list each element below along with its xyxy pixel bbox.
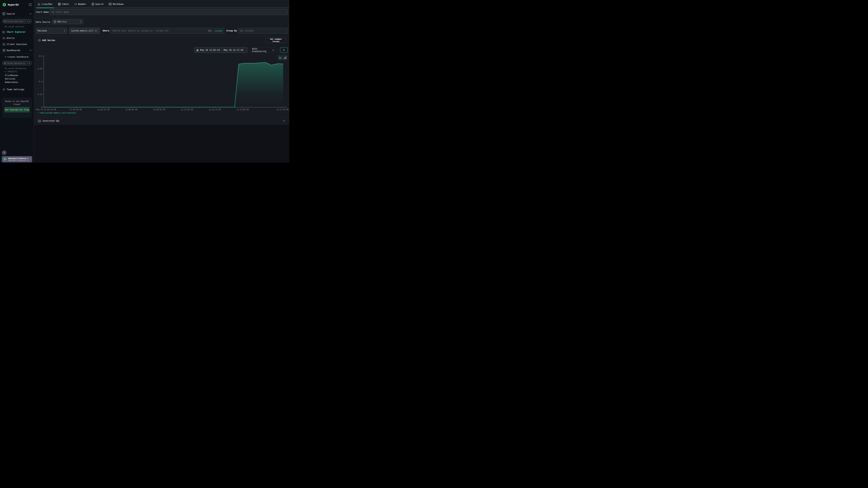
divider (0, 17, 34, 18)
group-by-label: Group By (226, 29, 237, 32)
search-icon (4, 62, 6, 64)
bell-icon (3, 37, 5, 39)
svg-text:12:09:45 PM: 12:09:45 PM (153, 109, 165, 110)
toggle-separator: | (213, 30, 214, 32)
close-icon[interactable] (95, 30, 97, 32)
user-subtitle: demos@clickhouse.com's (8, 159, 29, 161)
data-source-select[interactable]: Metrics (52, 19, 83, 24)
hyperdx-app: HyperDX Search Saved Searches ⌘ K No sav… (0, 0, 289, 163)
chevron-up-icon[interactable] (29, 50, 31, 51)
legend-swatch: — (38, 112, 39, 114)
preset-kubernetes[interactable]: Kubernetes (5, 81, 18, 84)
tab-line-bar[interactable]: Line/Bar (36, 0, 55, 8)
sidebar-item-team-settings[interactable]: Team Settings (3, 88, 24, 91)
user-menu[interactable]: D demos@clickhouse.com demos@clickhouse.… (2, 156, 32, 162)
lucene-mode-toggle[interactable]: Lucene (215, 30, 222, 32)
sidebar-item-chart-explorer[interactable]: Chart Explorer (3, 31, 26, 33)
add-series-label: Add Series (42, 39, 55, 41)
svg-text:12:06:15 PM: 12:06:15 PM (97, 109, 110, 110)
presets-header[interactable]: PRESETS (4, 71, 17, 73)
timeseries-chart[interactable]: 00.150.30.450.6May 16 12:02:30 PM12:04:3… (36, 54, 289, 114)
chart-type-tabbar: Line/Bar Table 123 Number Search (34, 0, 289, 8)
preset-services[interactable]: Services (5, 77, 16, 80)
saved-searches-placeholder: Saved Searches (7, 20, 25, 23)
aggregation-select[interactable]: Maximum (36, 28, 67, 34)
chevron-up-icon[interactable] (29, 13, 31, 14)
create-dashboard-button[interactable]: + Create Dashboard (5, 56, 28, 58)
chart-name-label: Chart Name (36, 11, 49, 13)
select-caret-icon (80, 21, 81, 23)
svg-text:12:15:00 PM: 12:15:00 PM (237, 109, 249, 110)
group-by-input[interactable] (238, 28, 288, 34)
set-number-format-button[interactable]: Set number format (266, 38, 286, 43)
tab-number[interactable]: 123 Number (72, 0, 88, 8)
preset-clickhouse[interactable]: Clickhouse (5, 74, 18, 77)
sidebar-item-client-sessions[interactable]: Client Sessions (3, 43, 27, 45)
chevron-down-icon[interactable] (283, 120, 285, 122)
date-range-picker[interactable]: May 16 12:02:43 - May 16 12:17:43 (194, 47, 247, 53)
collapse-sidebar-icon[interactable] (29, 3, 32, 6)
svg-text:12:08:00 PM: 12:08:00 PM (125, 109, 137, 110)
chart-name-input[interactable] (50, 9, 288, 15)
user-email: demos@clickhouse.com (8, 157, 29, 159)
metric-tag[interactable]: system.memory.utiliza (69, 28, 100, 34)
data-source-label: Data Source (36, 21, 50, 23)
svg-text:0.45: 0.45 (38, 68, 42, 70)
no-saved-dashboards: No saved dashboards (5, 67, 27, 69)
generated-sql-row[interactable]: Generated SQL (34, 118, 289, 124)
get-started-button[interactable]: Get Started for Free (4, 107, 30, 112)
table-icon (58, 3, 61, 5)
help-button[interactable]: ? (2, 151, 6, 155)
sidebar-item-label: Alerts (6, 37, 14, 39)
tab-table[interactable]: Table (56, 0, 70, 8)
divider (34, 18, 289, 18)
dashboards-icon (3, 49, 5, 52)
number-123-icon: 123 (74, 3, 77, 5)
granularity-value: Auto Granularity (252, 47, 271, 53)
saved-dashboards-input[interactable]: Saved Dashboards ⌘ K (2, 61, 32, 65)
saved-dashboards-placeholder: Saved Dashboards (7, 62, 25, 64)
no-saved-searches: No saved searches (5, 26, 24, 28)
tab-label: Search (95, 3, 103, 5)
saved-searches-input[interactable]: Saved Searches ⌘ K (2, 19, 32, 24)
aggregation-value: Maximum (38, 29, 62, 32)
chart-explorer-main: Line/Bar Table 123 Number Search (34, 0, 289, 163)
sidebar-section-dashboards[interactable]: Dashboards (3, 49, 31, 52)
laptop-icon (3, 43, 5, 45)
sidebar-item-alerts[interactable]: Alerts (3, 37, 14, 39)
sidebar: HyperDX Search Saved Searches ⌘ K No sav… (0, 0, 34, 163)
chart-explorer-icon (3, 31, 5, 33)
cloud-promo-line1: Ready to use HyperDX (2, 100, 32, 102)
sidebar-item-label: Client Sessions (7, 43, 27, 45)
search-list-icon (92, 3, 94, 5)
svg-text:12:17:30 PM: 12:17:30 PM (276, 109, 288, 110)
generated-sql-label: Generated SQL (43, 120, 281, 122)
where-search-box: SQL | Lucene (110, 28, 224, 34)
hyperdx-logo-icon (2, 3, 6, 7)
brand-title: HyperDX (8, 3, 19, 6)
where-input[interactable] (112, 29, 207, 32)
svg-text:0: 0 (41, 106, 42, 108)
code-icon (38, 120, 41, 122)
tab-label: Markdown (113, 3, 124, 5)
sidebar-section-search[interactable]: Search (3, 12, 31, 15)
tab-markdown[interactable]: Markdown (107, 0, 125, 8)
line-chart-icon (38, 3, 40, 5)
tab-label: Number (78, 3, 86, 5)
add-series-button[interactable]: Add Series (38, 39, 55, 41)
chart-legend[interactable]: — max(system.memory.utilization) (38, 112, 76, 114)
tab-label: Line/Bar (42, 3, 53, 5)
svg-text:0.6: 0.6 (39, 55, 42, 57)
chevron-down-icon (272, 50, 274, 51)
brand[interactable]: HyperDX (2, 3, 19, 7)
run-query-button[interactable] (280, 47, 288, 53)
chart-svg: 00.150.30.450.6May 16 12:02:30 PM12:04:3… (36, 54, 289, 114)
data-source-value: Metrics (58, 21, 79, 23)
where-label: Where (103, 29, 109, 32)
sidebar-search-label: Search (7, 12, 28, 15)
content-footer (34, 125, 289, 163)
granularity-select[interactable]: Auto Granularity (250, 47, 276, 53)
sql-mode-toggle[interactable]: SQL (208, 30, 212, 32)
presets-label: PRESETS (8, 71, 17, 73)
tab-search[interactable]: Search (90, 0, 105, 8)
